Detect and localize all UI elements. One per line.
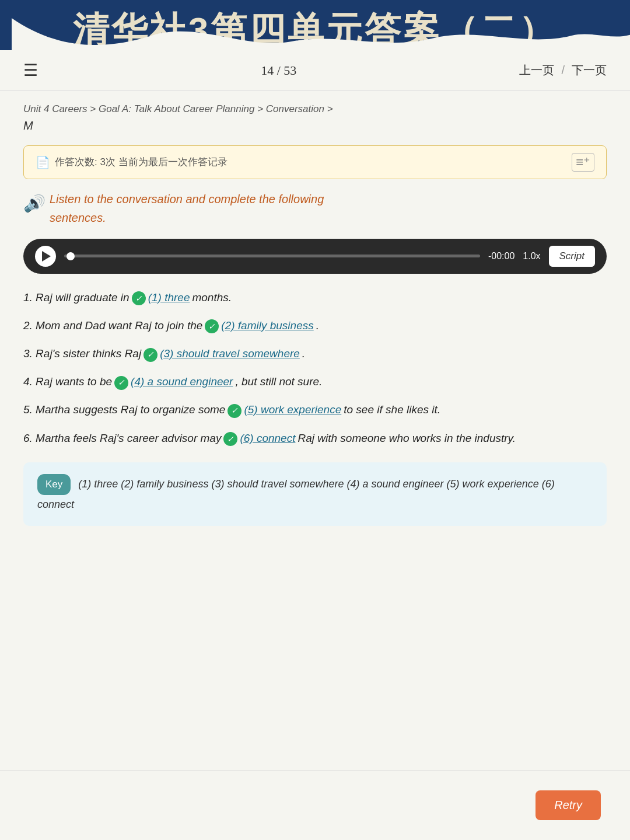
key-section: Key (1) three (2) family business (3) sh… — [23, 462, 607, 526]
retry-button[interactable]: Retry — [536, 790, 601, 820]
answer-6: (6) connect — [240, 428, 295, 448]
breadcrumb: Unit 4 Careers > Goal A: Talk About Care… — [0, 91, 630, 119]
item-num-1: 1. Raj will graduate in — [23, 288, 130, 308]
add-note-icon[interactable]: ≡⁺ — [572, 153, 594, 172]
key-content: (1) three (2) family business (3) should… — [37, 478, 555, 511]
play-triangle-icon — [42, 251, 51, 262]
nav-buttons: 上一页 / 下一页 — [519, 62, 607, 78]
item-num-5: 5. Martha suggests Raj to organize some — [23, 400, 225, 420]
nav-bar: ☰ 14 / 53 上一页 / 下一页 — [0, 50, 630, 91]
item-num-4: 4. Raj wants to be — [23, 372, 112, 392]
exercise-item-1: 1. Raj will graduate in ✓ (1) three mont… — [23, 288, 607, 308]
exercise-item-3: 3. Raj's sister thinks Raj ✓ (3) should … — [23, 344, 607, 364]
item-num-3: 3. Raj's sister thinks Raj — [23, 344, 141, 364]
play-button[interactable] — [35, 246, 56, 267]
prev-button[interactable]: 上一页 — [519, 62, 554, 78]
answer-count-left: 📄 作答次数: 3次 当前为最后一次作答记录 — [36, 155, 228, 169]
answer-2: (2) family business — [221, 316, 313, 336]
main-content: 🔊 Listen to the conversation and complet… — [0, 190, 630, 549]
exercise-item-4: 4. Raj wants to be ✓ (4) a sound enginee… — [23, 372, 607, 392]
check-icon-5: ✓ — [228, 404, 242, 418]
progress-track[interactable] — [64, 255, 480, 257]
audio-player: -00:00 1.0x Script — [23, 239, 607, 274]
suffix-5: to see if she likes it. — [344, 400, 440, 420]
answer-count-text: 作答次数: 3次 当前为最后一次作答记录 — [55, 155, 228, 169]
answer-5: (5) work experience — [244, 400, 341, 420]
suffix-3: . — [302, 344, 305, 364]
nav-separator: / — [561, 64, 565, 77]
answer-3: (3) should travel somewhere — [160, 344, 300, 364]
instruction: 🔊 Listen to the conversation and complet… — [23, 190, 607, 227]
suffix-2: . — [316, 316, 319, 336]
progress-handle[interactable] — [66, 252, 75, 260]
page-info: 14 / 53 — [261, 63, 296, 78]
suffix-6: Raj with someone who works in the indust… — [298, 428, 515, 448]
time-display: -00:00 — [488, 251, 514, 262]
script-button[interactable]: Script — [549, 246, 595, 267]
answer-count-bar: 📄 作答次数: 3次 当前为最后一次作答记录 ≡⁺ — [23, 145, 607, 179]
item-num-6: 6. Martha feels Raj's career advisor may — [23, 428, 221, 448]
answer-1: (1) three — [148, 288, 190, 308]
breadcrumb-sub: M — [0, 119, 630, 140]
menu-icon[interactable]: ☰ — [23, 61, 38, 80]
exercise-item-5: 5. Martha suggests Raj to organize some … — [23, 400, 607, 420]
next-button[interactable]: 下一页 — [572, 62, 607, 78]
exercise-item-6: 6. Martha feels Raj's career advisor may… — [23, 428, 607, 448]
answer-4: (4) a sound engineer — [131, 372, 233, 392]
item-num-2: 2. Mom and Dad want Raj to join the — [23, 316, 202, 336]
key-badge: Key — [37, 474, 71, 496]
check-icon-1: ✓ — [132, 291, 146, 305]
exercise-item-2: 2. Mom and Dad want Raj to join the ✓ (2… — [23, 316, 607, 336]
suffix-1: months. — [192, 288, 232, 308]
wave-decoration — [12, 18, 630, 50]
speaker-icon: 🔊 — [23, 191, 44, 217]
check-icon-6: ✓ — [223, 432, 237, 446]
bottom-area: Retry — [0, 770, 630, 840]
header-banner: 清华社3第四单元答案（二） — [0, 0, 630, 50]
check-icon-4: ✓ — [114, 376, 128, 390]
doc-icon: 📄 — [36, 155, 50, 169]
check-icon-3: ✓ — [144, 348, 158, 362]
check-icon-2: ✓ — [205, 319, 219, 333]
exercise-list: 1. Raj will graduate in ✓ (1) three mont… — [23, 288, 607, 448]
suffix-4: , but still not sure. — [235, 372, 322, 392]
speed-badge[interactable]: 1.0x — [523, 251, 540, 262]
instruction-text: Listen to the conversation and complete … — [50, 190, 324, 227]
